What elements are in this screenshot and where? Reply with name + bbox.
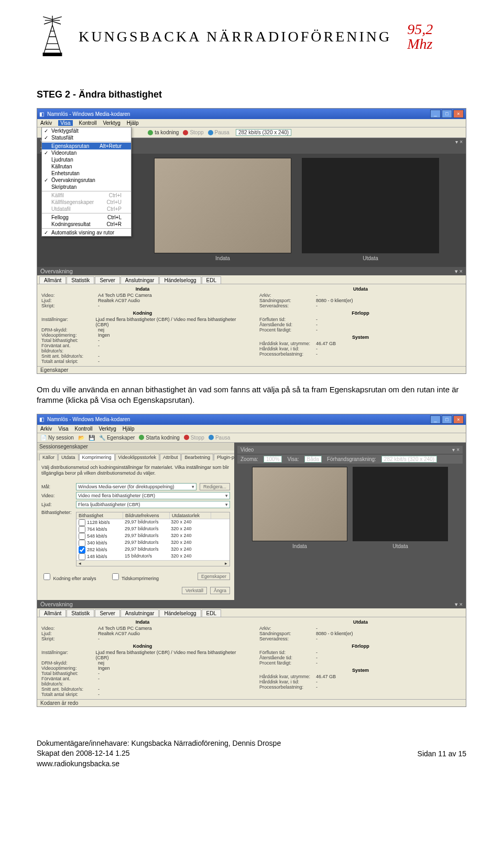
tab-edl[interactable]: EDL bbox=[202, 276, 221, 284]
dropdown-item[interactable]: Enhetsrutan bbox=[42, 170, 131, 177]
indata-label: Indata bbox=[154, 255, 291, 261]
footer-url: www.radiokungsbacka.se bbox=[37, 759, 281, 769]
info-kodning-hdr: Kodning bbox=[41, 310, 244, 316]
table-row[interactable]: 282 kbit/s29,97 bildrutor/s320 x 240 bbox=[76, 546, 229, 553]
pause-button[interactable]: Pausa bbox=[208, 130, 229, 135]
tab-videoklipp[interactable]: Videoklippsstorlek bbox=[115, 454, 159, 460]
menu-verktyg[interactable]: Verktyg bbox=[103, 120, 120, 126]
redigera-button[interactable]: Redigera... bbox=[200, 483, 230, 490]
ljud-select[interactable]: Flera ljudbithastigheter (CBR) bbox=[76, 501, 230, 508]
info-indata-hdr: Indata bbox=[41, 619, 244, 625]
dropdown-item[interactable]: Statusfält bbox=[42, 134, 131, 141]
new-session-button[interactable]: 📄 Ny session bbox=[40, 435, 74, 441]
radio-tower-icon bbox=[37, 16, 68, 58]
utdata-label: Utdata bbox=[353, 543, 448, 549]
tab-handelselog[interactable]: Händelselogg bbox=[159, 609, 201, 617]
tab-handelselog[interactable]: Händelselogg bbox=[159, 276, 201, 284]
table-row[interactable]: 340 kbit/s29,97 bildrutor/s320 x 240 bbox=[76, 540, 229, 546]
menu-arkiv[interactable]: Arkiv bbox=[40, 120, 52, 126]
tab-statistik[interactable]: Statistik bbox=[67, 276, 94, 284]
video-select[interactable]: Video med flera bithastigheter (CBR) bbox=[76, 492, 230, 499]
menubar: Arkiv Visa Kontroll Verktyg Hjälp bbox=[37, 425, 466, 433]
start-encoding-button[interactable]: Starta kodning bbox=[139, 435, 180, 441]
menu-verktyg[interactable]: Verktyg bbox=[99, 426, 116, 432]
info-indata-hdr: Indata bbox=[41, 286, 244, 292]
screenshot-1: ◧ Namnlös - Windows Media-kodaren _ □ × … bbox=[37, 108, 466, 374]
menu-hjalp[interactable]: Hjälp bbox=[127, 120, 139, 126]
minimize-icon[interactable]: _ bbox=[430, 415, 441, 424]
tab-bearbetning[interactable]: Bearbetning bbox=[181, 454, 213, 460]
forhand-select[interactable]: 282 kbit/s (320 x 240) bbox=[381, 456, 437, 463]
pause-button[interactable]: Pausa bbox=[209, 435, 230, 441]
maximize-icon[interactable]: □ bbox=[442, 110, 452, 118]
egenskaper-button[interactable]: Egenskaper bbox=[198, 573, 230, 580]
video-header: Video▾ × bbox=[237, 446, 463, 454]
bitrate-table[interactable]: Bithastighet Bildrutefrekvens Utdatastor… bbox=[76, 512, 230, 566]
bitrate-select[interactable]: 282 kbit/s (320 x 240) bbox=[236, 129, 291, 136]
menu-visa[interactable]: Visa bbox=[58, 120, 72, 126]
table-row[interactable]: 1128 kbit/s29,97 bildrutor/s320 x 240 bbox=[76, 519, 229, 526]
tab-server[interactable]: Server bbox=[95, 609, 119, 617]
visa-dropdown: VerktygsfältStatusfältEgenskapsrutanAlt+… bbox=[41, 127, 132, 237]
col-size: Utdatastorlek bbox=[170, 512, 211, 519]
menu-hjalp[interactable]: Hjälp bbox=[123, 426, 135, 432]
description-text: Välj distributionsmetod och kodningsinst… bbox=[41, 465, 230, 477]
dropdown-item[interactable]: KällfilCtrl+I bbox=[42, 192, 131, 199]
dropdown-item[interactable]: Automatisk visning av rutor bbox=[42, 229, 131, 236]
encode-button[interactable]: ta kodning bbox=[148, 130, 179, 135]
menu-kontroll[interactable]: Kontroll bbox=[79, 120, 97, 126]
verkstall-button[interactable]: Verkställ bbox=[182, 587, 207, 594]
dropdown-item[interactable]: KällfilsegenskaperCtrl+U bbox=[42, 199, 131, 206]
maximize-icon[interactable]: □ bbox=[442, 415, 452, 424]
menu-arkiv[interactable]: Arkiv bbox=[40, 426, 52, 432]
mal-select[interactable]: Windows Media-server (för direktuppspeln… bbox=[76, 483, 196, 490]
menu-visa[interactable]: Visa bbox=[58, 426, 68, 432]
dropdown-item[interactable]: Övervakningsrutan bbox=[42, 177, 131, 184]
angra-button[interactable]: Ångra bbox=[210, 587, 230, 594]
visa-select[interactable]: Båda bbox=[304, 456, 322, 463]
save-button[interactable]: 💾 bbox=[89, 435, 95, 441]
tab-utdata[interactable]: Utdata bbox=[58, 454, 79, 460]
tab-komprimering[interactable]: Komprimering bbox=[79, 454, 115, 460]
dropdown-item[interactable]: FelloggCtrl+L bbox=[42, 214, 131, 221]
toolbar: 📄 Ny VerktygsfältStatusfältEgenskapsruta… bbox=[37, 127, 466, 138]
dropdown-item[interactable]: Skriptrutan bbox=[42, 184, 131, 190]
dropdown-item[interactable]: EgenskapsrutanAlt+Retur bbox=[42, 143, 131, 149]
dropdown-item[interactable]: Verktygsfält bbox=[42, 127, 131, 134]
close-icon[interactable]: × bbox=[453, 415, 464, 424]
kodning-efter-checkbox[interactable]: Kodning efter analys bbox=[41, 572, 96, 582]
stop-button[interactable]: Stopp bbox=[183, 130, 203, 135]
session-header: Sessionsegenskaper bbox=[37, 443, 234, 451]
tab-allmant[interactable]: Allmänt bbox=[39, 609, 66, 617]
org-name: KUNGSBACKA NÄRRADIOFÖRENING bbox=[79, 28, 391, 45]
tab-anslutningar[interactable]: Anslutningar bbox=[121, 609, 159, 617]
freq-value: 95,2 bbox=[407, 22, 433, 37]
close-icon[interactable]: × bbox=[453, 110, 464, 118]
dropdown-item[interactable]: KodningsresultatCtrl+R bbox=[42, 221, 131, 228]
properties-button[interactable]: 🔧 Egenskaper bbox=[99, 435, 135, 441]
table-row[interactable]: 764 kbit/s29,97 bildrutor/s320 x 240 bbox=[76, 526, 229, 533]
tab-attribut[interactable]: Attribut bbox=[160, 454, 181, 460]
zoom-select[interactable]: 100% bbox=[264, 456, 282, 463]
menu-kontroll[interactable]: Kontroll bbox=[75, 426, 93, 432]
dropdown-item[interactable]: Ljudrutan bbox=[42, 156, 131, 163]
tidskomp-checkbox[interactable]: Tidskomprimering bbox=[110, 572, 159, 582]
session-properties-panel: Sessionsegenskaper Källor Utdata Komprim… bbox=[37, 443, 234, 600]
tab-statistik[interactable]: Statistik bbox=[67, 609, 94, 617]
dropdown-item[interactable]: UtdatafilCtrl+P bbox=[42, 206, 131, 212]
utdata-preview bbox=[353, 467, 448, 541]
stop-button[interactable]: Stopp bbox=[184, 435, 204, 441]
zoom-label: Zooma: bbox=[240, 456, 258, 462]
table-row[interactable]: 148 kbit/s15 bildrutor/s320 x 240 bbox=[76, 553, 229, 560]
minimize-icon[interactable]: _ bbox=[430, 110, 441, 118]
tab-edl[interactable]: EDL bbox=[202, 609, 221, 617]
tab-anslutningar[interactable]: Anslutningar bbox=[121, 276, 159, 284]
dropdown-item[interactable]: Källrutan bbox=[42, 163, 131, 170]
tab-kallor[interactable]: Källor bbox=[39, 454, 58, 460]
table-row[interactable]: 548 kbit/s29,97 bildrutor/s320 x 240 bbox=[76, 533, 229, 540]
tab-allmant[interactable]: Allmänt bbox=[39, 276, 66, 284]
tab-server[interactable]: Server bbox=[95, 276, 119, 284]
dropdown-item[interactable]: Videorutan bbox=[42, 149, 131, 156]
open-button[interactable]: 📂 bbox=[78, 435, 84, 441]
info-forlopp-hdr: Förlopp bbox=[259, 310, 462, 316]
